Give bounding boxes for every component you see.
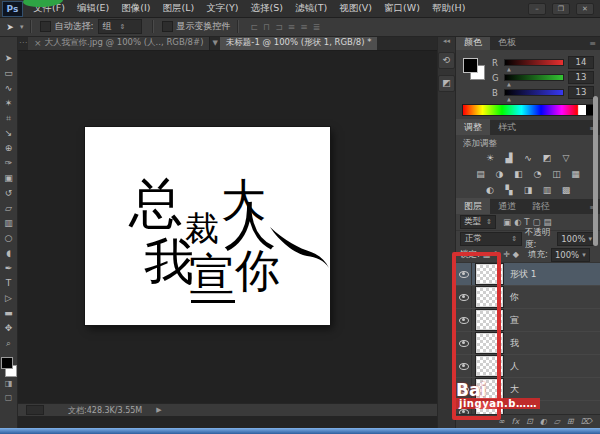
filter-pixel-layers-icon[interactable]: ▣ [503,217,511,227]
menu-item[interactable]: 窗口(W) [378,2,426,15]
color-balance-icon[interactable]: ◑ [492,168,507,181]
channel-value[interactable]: 13 [568,86,594,99]
crop-tool[interactable]: ⌗ [0,111,17,126]
layers-scrollbar[interactable] [593,96,598,246]
menu-item[interactable]: 图层(L) [157,2,201,15]
document-tab-active[interactable]: 未标题-1 @ 100% (形状 1, RGB/8) * [220,36,378,50]
zoom-tool[interactable]: ⌕ [0,336,17,351]
link-layers-icon[interactable]: ∞ [498,417,505,426]
channel-slider[interactable] [504,59,564,66]
auto-select-dropdown[interactable]: 组 ⇕ [98,19,142,34]
properties-panel-button[interactable]: ◩ [438,75,455,92]
layer-name[interactable]: 人 [510,360,519,373]
channel-value[interactable]: 14 [568,56,594,69]
eraser-tool[interactable]: ▱ [0,201,17,216]
panel-menu-icon[interactable]: ≡ [589,39,596,48]
lock-position-icon[interactable]: ✛ [503,250,510,259]
menu-item[interactable]: 图像(I) [115,2,156,15]
align-top-edges-icon[interactable]: ≡ [288,22,296,32]
rectangular-marquee-tool[interactable]: ▭ [0,66,17,81]
fill-field[interactable]: 100% ▾ [551,248,590,262]
layer-thumbnail[interactable] [476,310,503,330]
exposure-icon[interactable]: ◩ [540,152,555,165]
close-button[interactable]: ✕ [576,3,594,15]
layer-name[interactable]: 大 [510,383,519,396]
layer-thumbnail[interactable] [476,356,503,376]
layer-thumbnail[interactable] [476,333,503,353]
layer-name[interactable]: 你 [510,291,519,304]
channel-slider[interactable] [504,89,564,96]
hue-saturation-icon[interactable]: ▤ [473,168,488,181]
layer-row[interactable]: 我 [456,332,600,355]
curves-icon[interactable]: ∿ [521,152,536,165]
path-selection-tool[interactable]: ▷ [0,291,17,306]
layer-thumbnail[interactable] [476,264,503,284]
zoom-level-field[interactable] [26,405,44,415]
spot-healing-brush-tool[interactable]: ⊕ [0,141,17,156]
menu-item[interactable]: 文字(Y) [200,2,244,15]
close-tab-icon[interactable]: × [34,38,42,48]
screen-mode-button[interactable]: ▢ [5,391,13,405]
minimize-button[interactable]: – [528,3,546,15]
blur-tool[interactable]: ○ [0,231,17,246]
tool-preset-chevron-icon[interactable]: ▾ [20,23,24,31]
filter-shape-layers-icon[interactable]: ▢ [533,217,541,227]
panel-color-swatches[interactable] [463,58,485,80]
new-adjustment-layer-icon[interactable]: ◐ [540,417,547,426]
hand-tool[interactable]: ✥ [0,321,17,336]
layer-visibility-toggle[interactable] [456,286,472,308]
add-mask-icon[interactable]: ⊡ [526,417,533,426]
gradient-map-icon[interactable]: ▩ [559,184,574,197]
layer-effects-icon[interactable]: fx [512,417,520,426]
layer-row[interactable]: 宣 [456,309,600,332]
filter-smart-objects-icon[interactable]: ▤ [544,217,552,227]
new-group-icon[interactable]: ▱ [554,417,560,426]
posterize-icon[interactable]: ▚ [502,184,517,197]
menu-item[interactable]: 选择(S) [244,2,288,15]
delete-layer-icon[interactable]: ⌦ [581,417,592,426]
new-layer-icon[interactable]: ⊞ [567,417,574,426]
color-lookup-icon[interactable]: ▦ [568,168,583,181]
tab-overflow-icon[interactable]: ⋯ [18,36,28,50]
tab-layers[interactable]: 图层 [456,198,490,214]
tab-channels[interactable]: 通道 [490,198,524,214]
align-h-centers-icon[interactable]: ⊓ [263,22,270,32]
lock-all-icon[interactable]: ◆ [513,250,519,259]
lasso-tool[interactable]: ∿ [0,81,17,96]
menu-item[interactable]: 滤镜(T) [289,2,333,15]
menu-item[interactable]: 编辑(E) [71,2,115,15]
lock-transparency-icon[interactable]: ▦ [483,250,491,259]
show-transform-checkbox[interactable] [162,21,173,32]
layer-visibility-toggle[interactable] [456,332,472,354]
layer-visibility-toggle[interactable] [456,309,472,331]
canvas-workspace[interactable]: 总 裁 大 人 我 宣 你 [18,50,437,403]
quick-mask-button[interactable]: ◨ [5,377,13,391]
rectangle-shape-tool[interactable]: ▬ [0,306,17,321]
align-left-edges-icon[interactable]: ⊏ [251,22,259,32]
layer-name[interactable]: 宣 [510,314,519,327]
horizontal-type-tool[interactable]: T [0,276,17,291]
blend-mode-dropdown[interactable]: 正常 ⇕ [460,232,522,246]
align-right-edges-icon[interactable]: ⊐ [275,22,283,32]
document-canvas[interactable]: 总 裁 大 人 我 宣 你 [85,127,330,325]
layer-row[interactable]: 形状 1 [456,263,600,286]
layer-row[interactable]: 你 [456,286,600,309]
align-bottom-edges-icon[interactable]: ≣ [313,22,321,32]
menu-item[interactable]: 视图(V) [333,2,378,15]
clone-stamp-tool[interactable]: ▣ [0,171,17,186]
tab-paths[interactable]: 路径 [524,198,558,214]
restore-button[interactable]: ❐ [552,3,570,15]
channel-slider[interactable] [504,74,564,81]
color-spectrum-ramp[interactable] [462,104,594,116]
move-tool[interactable]: ➤ [0,51,17,66]
auto-select-checkbox[interactable] [40,21,51,32]
black-white-icon[interactable]: ◧ [511,168,526,181]
status-options-arrow-icon[interactable]: ▶ [156,406,161,414]
history-brush-tool[interactable]: ↺ [0,186,17,201]
vibrance-icon[interactable]: ▽ [559,152,574,165]
tab-adjustments[interactable]: 调整 [456,119,490,135]
history-panel-button[interactable]: ⟲ [438,52,455,69]
quick-selection-tool[interactable]: ✶ [0,96,17,111]
collapse-dock-icon[interactable]: ◂◂ [443,36,450,46]
layer-thumbnail[interactable] [476,287,503,307]
